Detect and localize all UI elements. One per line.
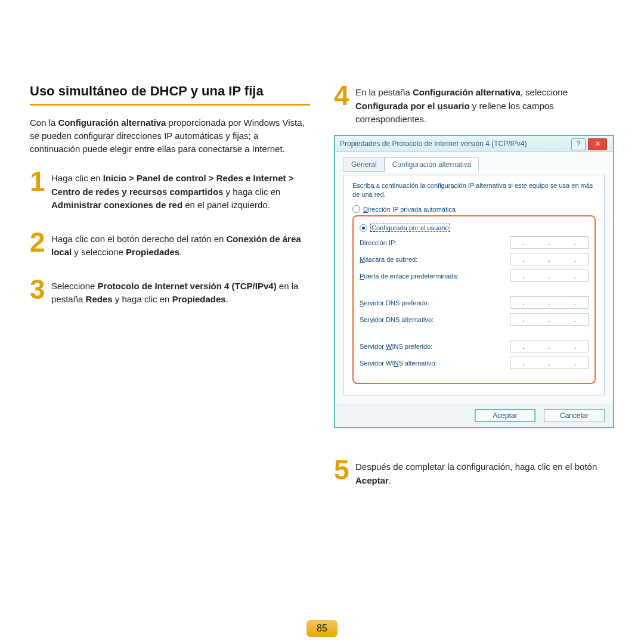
ip-input[interactable]: ... xyxy=(510,236,589,249)
close-icon[interactable]: ✕ xyxy=(588,138,607,150)
cancel-button[interactable]: Cancelar xyxy=(544,409,605,422)
step-number: 1 xyxy=(30,169,48,194)
field-mask: Máscara de subred: ... xyxy=(360,253,589,265)
highlight-box: Configurada por el usuario Dirección IP:… xyxy=(352,215,596,384)
tab-alt-config[interactable]: Configuración alternativa xyxy=(385,157,479,172)
field-ip: Dirección IP: ... xyxy=(360,236,589,249)
step-3: 3 Seleccione Protocolo de Internet versi… xyxy=(30,277,310,306)
tab-general[interactable]: General xyxy=(343,157,385,172)
ok-button[interactable]: Aceptar xyxy=(475,409,535,422)
field-gateway: Puerta de enlace predeterminada: ... xyxy=(360,270,589,282)
wins2-input[interactable]: ... xyxy=(510,357,589,369)
step-number: 4 xyxy=(334,83,352,108)
gateway-input[interactable]: ... xyxy=(510,270,589,282)
properties-dialog: Propiedades de Protocolo de Internet ver… xyxy=(334,135,614,429)
dialog-button-row: Aceptar Cancelar xyxy=(335,404,613,427)
section-title: Uso simultáneo de DHCP y una IP fija xyxy=(30,83,310,99)
step-number: 3 xyxy=(30,277,48,302)
radio-icon xyxy=(352,205,360,213)
field-dns2: Servidor DNS alternativo: ... xyxy=(360,313,589,326)
dns2-input[interactable]: ... xyxy=(510,313,589,326)
step-4: 4 En la pestaña Configuración alternativ… xyxy=(334,83,614,126)
dialog-titlebar: Propiedades de Protocolo de Internet ver… xyxy=(335,136,613,152)
dialog-tabs: GeneralConfiguración alternativa xyxy=(343,157,605,172)
radio-auto-ip[interactable]: Dirección IP privada automática xyxy=(352,205,596,213)
dialog-title-text: Propiedades de Protocolo de Internet ver… xyxy=(340,140,527,148)
dialog-instruction: Escriba a continuación la configuración … xyxy=(352,181,596,200)
step-2: 2 Haga clic con el botón derecho del rat… xyxy=(30,230,310,259)
intro-paragraph: Con la Configuración alternativa proporc… xyxy=(30,116,310,155)
page-number: 85 xyxy=(306,620,338,637)
wins1-input[interactable]: ... xyxy=(510,340,589,352)
step-1: 1 Haga clic en Inicio > Panel de control… xyxy=(30,169,310,212)
step-5: 5 Después de completar la configuración,… xyxy=(334,458,614,487)
radio-user-config[interactable]: Configurada por el usuario xyxy=(360,224,589,232)
field-dns1: Servidor DNS preferido: ... xyxy=(360,296,589,309)
step-number: 2 xyxy=(30,230,48,255)
help-icon[interactable]: ? xyxy=(571,138,586,150)
title-rule xyxy=(30,104,310,106)
dns1-input[interactable]: ... xyxy=(510,296,589,309)
field-wins2: Servidor WINS alternativo: ... xyxy=(360,357,589,369)
mask-input[interactable]: ... xyxy=(510,253,589,265)
field-wins1: Servidor WINS preferido: ... xyxy=(360,340,589,352)
step-number: 5 xyxy=(334,458,352,482)
radio-icon xyxy=(360,224,367,232)
